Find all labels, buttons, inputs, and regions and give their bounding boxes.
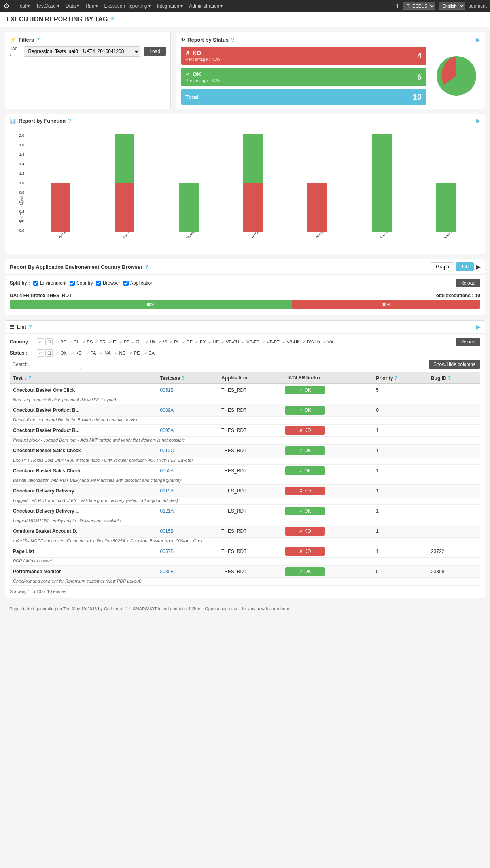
page-title: EXECUTION REPORTING BY TAG bbox=[6, 16, 108, 23]
nav-run[interactable]: Run ▾ bbox=[82, 0, 101, 12]
table-sub-row: Exo PFT Relais Cols Only >49€ without no… bbox=[10, 457, 480, 465]
country-uncheck-all[interactable]: ☐ bbox=[45, 338, 53, 345]
status-help-icon[interactable]: ? bbox=[231, 36, 235, 43]
search-input[interactable] bbox=[10, 360, 81, 369]
country-reload-button[interactable]: Reload bbox=[456, 338, 480, 346]
split-application[interactable]: Application bbox=[123, 280, 153, 286]
cell-subtext: Exo PFT Relais Cols Only >49€ without no… bbox=[10, 457, 480, 465]
sort-test-icon[interactable]: ⇕ bbox=[24, 376, 27, 381]
country-ru: ✓ RU bbox=[132, 340, 143, 345]
function-help-icon[interactable]: ? bbox=[68, 117, 72, 124]
bar-1-ok bbox=[115, 134, 134, 183]
upload-icon: ⬆ bbox=[395, 3, 400, 9]
bar-group-4 bbox=[287, 134, 348, 232]
cell-application: THES_RDT bbox=[218, 404, 282, 417]
pie-chart bbox=[433, 52, 480, 100]
th-testcase-help[interactable]: ? bbox=[181, 375, 185, 381]
cell-test: Performance Monitor bbox=[10, 565, 157, 578]
nav-execution-reporting[interactable]: Execution Reporting ▾ bbox=[101, 0, 153, 12]
th-test-help[interactable]: ? bbox=[28, 375, 32, 381]
bar-6 bbox=[436, 134, 456, 232]
cell-bugid bbox=[428, 444, 480, 457]
app-env-tabs: Graph Tab bbox=[431, 262, 474, 271]
table-row: Performance Monitor 5085B THES_RDT ✓ OK … bbox=[10, 565, 480, 578]
status-ne-tag: ✓ NE bbox=[115, 351, 125, 356]
status-uncheck-all[interactable]: ☐ bbox=[45, 349, 53, 357]
tag-select[interactable]: Regression_Tests_uat01_UAT4_2016041208 bbox=[24, 46, 140, 57]
table-row: Checkout Basket Sales Check 0052A THES_R… bbox=[10, 464, 480, 477]
cell-testcase: 0089A bbox=[157, 404, 218, 417]
cell-bugid bbox=[428, 505, 480, 517]
report-by-function-card: 📊 Report by Function ? ▶ TestCase Number… bbox=[5, 114, 485, 254]
app-env-help-icon[interactable]: ? bbox=[145, 264, 148, 270]
cell-test: Page List bbox=[10, 545, 157, 558]
cell-testcase: 0012C bbox=[157, 444, 218, 457]
status-ca-tag: ✓ CA bbox=[144, 351, 155, 356]
cell-bugid bbox=[428, 485, 480, 497]
bar-5-ok bbox=[372, 134, 392, 232]
country-it: ✓ IT bbox=[108, 340, 117, 345]
list-help-icon[interactable]: ? bbox=[28, 324, 32, 330]
th-bugid-help[interactable]: ? bbox=[448, 375, 451, 381]
cell-priority: 0 bbox=[373, 404, 428, 417]
showing-text: Showing 1 to 10 of 10 entries bbox=[10, 589, 480, 594]
th-priority-help[interactable]: ? bbox=[394, 375, 398, 381]
bar-3-ok bbox=[243, 134, 263, 183]
project-select[interactable]: THESEUS bbox=[403, 2, 435, 10]
app-env-card: Report By Application Environement Count… bbox=[5, 259, 485, 315]
x-label-3: Checkout Delivery Delivery Method bbox=[222, 232, 283, 238]
cell-testcase: 0015B bbox=[157, 525, 218, 538]
split-country[interactable]: Country bbox=[70, 280, 93, 286]
table-sub-row: Detail of the command line in the Basket… bbox=[10, 417, 480, 425]
table-row: Checkout Basket Sales Check 0012C THES_R… bbox=[10, 444, 480, 457]
table-sub-row: Logged DOMTOM - Bulky article - Delivery… bbox=[10, 517, 480, 525]
cell-priority: 1 bbox=[373, 464, 428, 477]
status-ok-tag: ✓ OK bbox=[56, 351, 67, 356]
split-browser[interactable]: Browser bbox=[96, 280, 120, 286]
cell-status: ✓ OK bbox=[282, 505, 373, 517]
show-hide-columns-button[interactable]: Show/Hide columns bbox=[429, 360, 480, 369]
filters-help-icon[interactable]: ? bbox=[36, 36, 40, 43]
cell-application: THES_RDT bbox=[218, 444, 282, 457]
nav-testcase[interactable]: TestCase ▾ bbox=[33, 0, 62, 12]
progress-ko: 40% bbox=[292, 300, 480, 309]
nav-test[interactable]: Test ▾ bbox=[14, 0, 33, 12]
page-title-help-icon[interactable]: ? bbox=[111, 16, 114, 23]
country-tags: ✓ BE ✓ CH ✓ ES ✓ FR ✓ IT ✓ PT ✓ RU ✓ UK … bbox=[56, 340, 333, 345]
cell-bugid bbox=[428, 404, 480, 417]
list-expand-icon[interactable]: ▶ bbox=[476, 324, 480, 330]
search-row: Show/Hide columns bbox=[10, 360, 480, 369]
nav-administration[interactable]: Administration ▾ bbox=[186, 0, 226, 12]
app-env-expand-icon[interactable]: ▶ bbox=[476, 264, 480, 270]
progress-ok: 60% bbox=[10, 300, 292, 309]
load-button[interactable]: Load bbox=[144, 47, 166, 56]
split-environment[interactable]: Environment bbox=[33, 280, 66, 286]
split-label: Split by : bbox=[10, 280, 30, 286]
nav-integration[interactable]: Integration ▾ bbox=[154, 0, 186, 12]
cell-bugid: 23722 bbox=[428, 545, 480, 558]
table-row: Checkout Delivery Delivery ... 0121A THE… bbox=[10, 505, 480, 517]
language-select[interactable]: English bbox=[439, 2, 465, 10]
cell-testcase: 0095A bbox=[157, 424, 218, 437]
status-pe-tag: ✓ PE bbox=[129, 351, 140, 356]
cell-test: Checkout Basket Sales Check bbox=[10, 464, 157, 477]
graph-tab[interactable]: Graph bbox=[431, 262, 454, 271]
country-check-all[interactable]: ✓ bbox=[37, 338, 44, 345]
cell-bugid: 23808 bbox=[428, 565, 480, 578]
status-checkboxes: ✓ ☐ bbox=[37, 349, 53, 357]
status-label: Status : bbox=[10, 350, 34, 356]
table-row: Checkout Basket Product B... 0089A THES_… bbox=[10, 404, 480, 417]
bar-3-ko bbox=[243, 183, 263, 232]
bar-3 bbox=[243, 134, 263, 232]
bar-group-5 bbox=[351, 134, 412, 232]
tab-tab[interactable]: Tab bbox=[456, 262, 474, 271]
split-row: Split by : Environment Country Browser A… bbox=[10, 279, 480, 287]
function-expand-icon[interactable]: ▶ bbox=[476, 118, 480, 124]
cell-status: ✗ KO bbox=[282, 525, 373, 538]
status-check-all[interactable]: ✓ bbox=[37, 349, 44, 357]
cell-application: THES_RDT bbox=[218, 565, 282, 578]
nav-data[interactable]: Data ▾ bbox=[62, 0, 82, 12]
status-expand-icon[interactable]: ▶ bbox=[476, 37, 480, 43]
x-label-0: Page List bbox=[30, 232, 91, 238]
app-env-reload-button[interactable]: Reload bbox=[456, 279, 480, 287]
